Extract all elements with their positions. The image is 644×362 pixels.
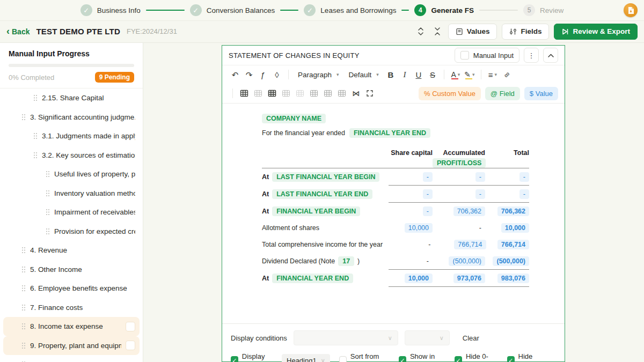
drag-handle[interactable] [46, 171, 50, 178]
field-chip[interactable]: FINANCIAL YEAR END [272, 274, 353, 283]
drag-handle[interactable] [21, 285, 26, 292]
expand-all-button[interactable] [415, 26, 427, 37]
option-show-in-toc[interactable]: ✓Show in TOC [399, 352, 445, 362]
insert-column-left-icon[interactable] [321, 87, 334, 100]
insert-row-above-icon[interactable] [294, 87, 306, 100]
document-badge[interactable] [624, 3, 638, 17]
fullscreen-icon[interactable] [363, 87, 376, 100]
step-review[interactable]: 5Review [523, 4, 564, 16]
financial-year-end-field-chip[interactable]: FINANCIAL YEAR END [349, 128, 430, 138]
custom-value-chip[interactable]: % Custom Value [419, 87, 481, 100]
option-display-title[interactable]: ✓Display title [231, 352, 273, 362]
drag-handle[interactable] [33, 94, 38, 101]
field-chip[interactable]: LAST FINANCIAL YEAR BEGIN [272, 172, 379, 182]
value-chip[interactable]: 10,000 [501, 223, 529, 233]
drag-handle[interactable] [21, 342, 26, 349]
sidebar-item[interactable]: 3. Significant accounting judgme... [3, 108, 140, 127]
highlight-color-icon[interactable]: ✎▾ [463, 68, 476, 81]
drag-handle[interactable] [46, 190, 50, 197]
value-chip[interactable]: - [519, 172, 529, 182]
sidebar-item[interactable]: 9. Property, plant and equipment [3, 336, 140, 356]
value-chip[interactable]: - [423, 172, 433, 182]
heading-select[interactable]: Heading1∨ [282, 354, 330, 362]
delete-table-icon[interactable] [252, 87, 265, 100]
value-chip[interactable]: - [475, 189, 485, 199]
align-icon[interactable]: ≡▾ [486, 68, 499, 81]
step-leases-and-borrowings[interactable]: ✓Leases and Borrowings [304, 4, 396, 16]
sidebar-item[interactable]: Useful lives of property, pl... [3, 165, 140, 184]
manual-input-toggle[interactable]: Manual Input [455, 48, 519, 63]
field-chip[interactable]: @ Field [485, 87, 520, 100]
drag-handle[interactable] [33, 132, 38, 139]
bold-icon[interactable]: B [384, 68, 397, 81]
sidebar-item[interactable]: 3.1. Judgments made in applyi... [3, 127, 140, 146]
italic-icon[interactable]: I [398, 68, 411, 81]
step-conversion-balances[interactable]: ✓Conversion Balances [190, 4, 275, 16]
value-chip[interactable]: (500,000) [449, 256, 485, 266]
review-export-button[interactable]: Review & Export [554, 24, 638, 40]
sidebar-item[interactable]: 5. Other Income [3, 260, 140, 279]
more-options-button[interactable]: ⋮ [524, 48, 539, 63]
value-chip[interactable]: 706,362 [453, 206, 485, 216]
strikethrough-icon[interactable]: S [426, 68, 439, 81]
cell-properties-icon[interactable] [280, 87, 292, 100]
fields-button[interactable]: Fields [502, 24, 549, 40]
drag-handle[interactable] [21, 114, 26, 121]
option-hide-decimals[interactable]: ✓Hide decimals [507, 352, 556, 362]
condition-select-1[interactable]: ∨ [294, 330, 398, 345]
unchecked-checkbox[interactable] [339, 356, 347, 362]
drag-handle[interactable] [21, 323, 26, 330]
value-chip[interactable]: - [475, 172, 485, 182]
insert-table-icon[interactable] [238, 87, 251, 100]
checked-checkbox[interactable]: ✓ [455, 356, 462, 362]
value-chip[interactable]: 973,076 [453, 274, 485, 283]
insert-row-below-icon[interactable] [308, 87, 320, 100]
values-button[interactable]: Values [448, 24, 497, 40]
value-chip[interactable]: - [519, 189, 529, 199]
style-dropdown[interactable]: Default▾ [345, 68, 383, 82]
checked-checkbox[interactable]: ✓ [231, 356, 238, 362]
value-chip[interactable]: 766,714 [497, 240, 529, 249]
font-color-icon[interactable]: A▾ [449, 68, 462, 81]
drag-handle[interactable] [33, 152, 38, 159]
sidebar-item[interactable]: Intangable Assets [3, 355, 140, 362]
sidebar-item[interactable]: 4. Revenue [3, 241, 140, 260]
value-chip[interactable]: - [423, 206, 433, 216]
link-icon[interactable]: ∞ [500, 68, 513, 81]
field-chip[interactable]: FINANCIAL YEAR BEGIN [272, 206, 360, 216]
format-painter-icon[interactable]: ƒ [257, 68, 269, 81]
paragraph-dropdown[interactable]: Paragraph▾ [294, 68, 343, 82]
field-chip[interactable]: LAST FINANCIAL YEAR END [272, 189, 372, 199]
collapse-all-button[interactable] [431, 26, 443, 37]
insert-column-right-icon[interactable] [335, 87, 348, 100]
sidebar-item-checkbox[interactable] [126, 322, 135, 331]
field-chip[interactable]: 17 [338, 256, 354, 266]
clear-format-icon[interactable]: ◊ [270, 68, 283, 81]
value-chip[interactable]: 766,714 [454, 240, 486, 249]
underline-icon[interactable]: U [412, 68, 425, 81]
condition-select-2[interactable]: ∨ [405, 330, 450, 345]
checked-checkbox[interactable]: ✓ [507, 356, 515, 362]
redo-icon[interactable]: ↷ [243, 68, 255, 81]
sidebar-item[interactable]: Provision for expected cre... [3, 222, 140, 241]
option-sort-from-here[interactable]: Sort from Here [339, 352, 390, 362]
drag-handle[interactable] [46, 228, 50, 235]
option-hide-0-rows[interactable]: ✓Hide 0-rows [455, 352, 498, 362]
value-chip[interactable]: 983,076 [497, 274, 529, 283]
sidebar-item[interactable]: 2.15. Share Capital [3, 88, 140, 108]
manual-input-checkbox[interactable] [460, 51, 469, 60]
value-chip[interactable]: 706,362 [497, 206, 529, 216]
step-generate-fs[interactable]: 4Generate FS [414, 4, 474, 16]
value-chip[interactable]: 10,000 [405, 274, 433, 283]
document-area[interactable]: COMPANY NAME For the financial year ende… [222, 104, 565, 323]
step-business-info[interactable]: ✓Business Info [80, 4, 141, 16]
sidebar-item[interactable]: Inventory valuation method [3, 184, 140, 203]
sidebar-item-checkbox[interactable] [126, 341, 135, 350]
collapse-section-button[interactable] [543, 48, 558, 63]
drag-handle[interactable] [46, 209, 50, 216]
value-chip[interactable]: 10,000 [405, 223, 433, 233]
clear-button[interactable]: Clear [463, 334, 479, 342]
drag-handle[interactable] [21, 266, 26, 273]
table-properties-icon[interactable] [266, 87, 279, 100]
back-button[interactable]: ‹ Back [6, 27, 30, 36]
